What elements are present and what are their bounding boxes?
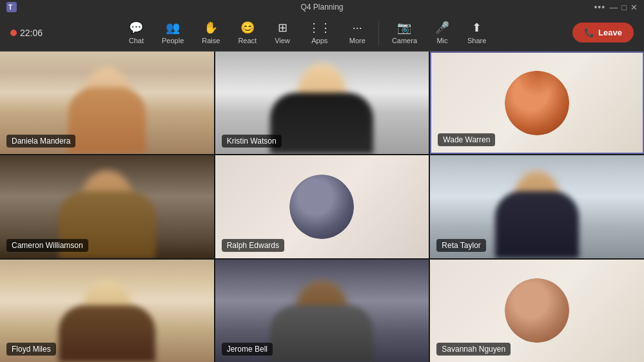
share-icon: ⬆: [472, 21, 482, 35]
participant-cell-savannah[interactable]: Savannah Nguyen: [430, 260, 644, 362]
participant-name-reta: Reta Taylor: [436, 239, 485, 252]
participant-body-jerome: [270, 305, 373, 362]
participant-cell-wade[interactable]: Wade Warren: [430, 52, 644, 154]
video-grid: Daniela Mandera Kristin Watson Wade Warr…: [0, 52, 644, 362]
participant-name-daniela: Daniela Mandera: [6, 135, 75, 148]
share-label: Share: [467, 37, 486, 44]
participant-body-reta: [495, 191, 579, 258]
camera-icon: 📷: [397, 21, 411, 35]
participant-name-ralph: Ralph Edwards: [222, 239, 284, 252]
meeting-title: Q4 Planning: [300, 3, 343, 12]
chat-icon: 💬: [129, 21, 143, 35]
react-icon: 😊: [240, 21, 255, 35]
avatar-savannah: [505, 278, 569, 343]
react-button[interactable]: 😊 React: [230, 17, 264, 48]
leave-label: Leave: [598, 28, 622, 37]
participant-name-floyd: Floyd Miles: [6, 343, 56, 356]
participant-cell-jerome[interactable]: Jerome Bell: [215, 260, 429, 362]
avatar-ralph: [289, 175, 354, 239]
view-icon: ⊞: [278, 21, 288, 35]
chat-button[interactable]: 💬 Chat: [121, 17, 151, 48]
more-button[interactable]: ··· More: [342, 17, 373, 48]
camera-button[interactable]: 📷 Camera: [384, 17, 425, 48]
people-label: People: [162, 37, 184, 44]
participant-cell-cameron[interactable]: Cameron Williamson: [0, 155, 214, 258]
camera-label: Camera: [392, 37, 417, 44]
participant-cell-floyd[interactable]: Floyd Miles: [0, 260, 214, 362]
toolbar-center: 💬 Chat 👥 People ✋ Raise 😊 React ⊞ View ⋮…: [121, 17, 494, 48]
raise-button[interactable]: ✋ Raise: [194, 17, 228, 48]
more-icon: ···: [353, 21, 362, 35]
react-label: React: [238, 37, 257, 44]
more-label: More: [349, 37, 366, 44]
meeting-toolbar: 22:06 💬 Chat 👥 People ✋ Raise 😊 React ⊞ …: [0, 14, 644, 52]
apps-icon: ⋮⋮: [308, 21, 331, 35]
participant-name-jerome: Jerome Bell: [222, 343, 273, 356]
more-options-icon[interactable]: •••: [594, 2, 605, 12]
raise-icon: ✋: [204, 21, 218, 35]
participant-cell-reta[interactable]: Reta Taylor: [430, 155, 644, 258]
title-bar-left: T: [6, 2, 17, 12]
maximize-button[interactable]: □: [621, 3, 627, 12]
svg-text:T: T: [8, 4, 12, 11]
title-bar: T Q4 Planning ••• — □ ✕: [0, 0, 644, 14]
view-label: View: [275, 37, 290, 44]
participant-name-wade: Wade Warren: [438, 133, 495, 146]
apps-button[interactable]: ⋮⋮ Apps: [300, 17, 339, 48]
close-button[interactable]: ✕: [630, 3, 638, 12]
participant-name-savannah: Savannah Nguyen: [436, 343, 511, 356]
recording-dot-icon: [10, 30, 17, 36]
participant-cell-ralph[interactable]: Ralph Edwards: [215, 155, 429, 258]
participant-body-daniela: [68, 88, 146, 155]
people-icon: 👥: [166, 21, 180, 35]
recording-timer: 22:06: [20, 28, 43, 38]
recording-indicator: 22:06: [10, 28, 43, 38]
avatar-image-wade: [505, 71, 569, 135]
leave-button[interactable]: 📞 Leave: [572, 23, 634, 43]
avatar-image-savannah: [505, 278, 569, 343]
apps-label: Apps: [311, 37, 327, 44]
mic-icon: 🎤: [435, 21, 449, 35]
hair-top-wade: [514, 71, 560, 97]
minimize-button[interactable]: —: [609, 3, 618, 12]
participant-cell-daniela[interactable]: Daniela Mandera: [0, 52, 214, 154]
title-bar-controls: ••• — □ ✕: [594, 2, 638, 12]
mic-label: Mic: [436, 37, 447, 44]
participant-cell-kristin[interactable]: Kristin Watson: [215, 52, 429, 154]
participant-name-kristin: Kristin Watson: [222, 135, 282, 148]
people-button[interactable]: 👥 People: [154, 17, 191, 48]
share-button[interactable]: ⬆ Share: [460, 17, 494, 48]
avatar-image-ralph: [289, 175, 354, 239]
participant-body-floyd: [59, 305, 155, 362]
divider: [378, 20, 379, 46]
toolbar-left: 22:06: [10, 28, 43, 38]
leave-phone-icon: 📞: [584, 28, 594, 37]
participant-name-cameron: Cameron Williamson: [6, 239, 88, 252]
teams-logo-icon: T: [6, 2, 17, 12]
mic-button[interactable]: 🎤 Mic: [427, 17, 457, 48]
toolbar-right: 📞 Leave: [572, 23, 634, 43]
chat-label: Chat: [129, 37, 144, 44]
avatar-wade: [505, 71, 569, 135]
participant-body-kristin: [270, 93, 373, 155]
view-button[interactable]: ⊞ View: [267, 17, 298, 48]
raise-label: Raise: [202, 37, 220, 44]
